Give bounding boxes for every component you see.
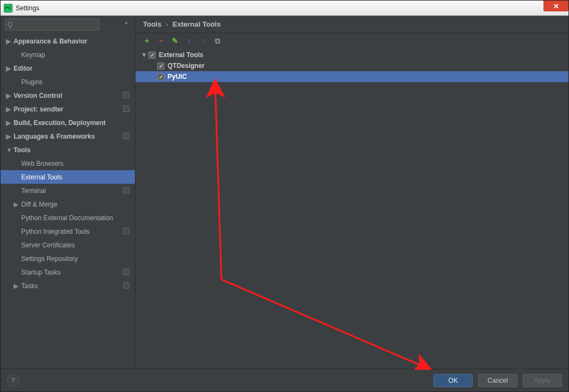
tool-label: QTDesigner [168,62,205,70]
chevron-icon: ▶ [6,92,11,99]
scope-badge-icon [123,269,129,275]
sidebar-item-python-external-documentation[interactable]: Python External Documentation [1,211,135,225]
sidebar-item-project-sendter[interactable]: ▶Project: sendter [1,102,135,116]
bottom-bar: ? OK Cancel Apply [1,369,568,391]
group-label: External Tools [159,51,203,59]
sidebar-item-keymap[interactable]: Keymap [1,48,135,61]
sidebar-item-tasks[interactable]: ▶Tasks [1,279,135,293]
apply-button: Apply [523,374,562,387]
sidebar-item-label: Tasks [21,282,38,290]
cancel-button[interactable]: Cancel [478,374,517,387]
sidebar-item-label: Version Control [14,92,62,99]
chevron-icon: ▶ [6,105,11,113]
sidebar-item-label: Server Certificates [21,241,75,249]
scope-badge-icon [123,282,129,289]
sidebar-item-label: Project: sendter [14,105,63,113]
external-tools-tree: ▼✓External Tools✓QTDesigner✓PyUIC [135,48,568,369]
close-icon: ✕ [553,2,559,10]
titlebar: PC Settings ✕ [1,1,568,16]
breadcrumb-root[interactable]: Tools [143,20,162,28]
sidebar-item-label: Plugins [21,78,42,86]
chevron-icon: ▼ [6,146,11,154]
sidebar-item-label: Editor [14,65,33,72]
sidebar-item-label: Diff & Merge [21,201,57,208]
edit-icon[interactable]: ✎ [171,37,179,45]
group-external-tools[interactable]: ▼✓External Tools [135,49,568,60]
move-up-icon[interactable]: ↑ [185,37,193,45]
sidebar-item-label: Languages & Frameworks [14,133,95,140]
sidebar-item-editor[interactable]: ▶Editor [1,61,135,75]
content-pane: Tools › External Tools + − ✎ ↑ ↓ ⧉ ▼✓Ext… [135,16,568,369]
sidebar-item-tools[interactable]: ▼Tools [1,143,135,157]
chevron-icon: ▶ [6,65,11,72]
sidebar-item-label: Python Integrated Tools [21,228,90,235]
chevron-down-icon: ▼ [141,51,147,59]
sidebar-item-label: Build, Execution, Deployment [14,119,106,127]
sidebar-item-label: Keymap [21,51,45,59]
tool-label: PyUIC [168,73,187,80]
move-down-icon: ↓ [200,37,207,45]
app-icon: PC [4,4,13,13]
sidebar-item-label: Startup Tasks [21,269,60,276]
scope-badge-icon [123,133,129,139]
checkbox-icon[interactable]: ✓ [157,63,164,70]
chevron-icon: ▶ [6,119,11,127]
settings-tree: ▶Appearance & BehaviorKeymap▶EditorPlugi… [1,33,135,369]
sidebar-item-python-integrated-tools[interactable]: Python Integrated Tools [1,225,135,238]
breadcrumb-current: External Tools [172,20,221,28]
search-input[interactable] [5,18,100,30]
remove-icon[interactable]: − [157,37,165,45]
sidebar-item-label: Terminal [21,187,46,195]
sidebar-item-label: Settings Repository [21,255,78,263]
chevron-icon: ▶ [6,133,11,140]
sidebar-item-label: External Tools [21,173,62,181]
sidebar-item-plugins[interactable]: Plugins [1,75,135,89]
search-icon: Q [8,21,13,28]
sidebar-item-web-browsers[interactable]: Web Browsers [1,157,135,170]
chevron-down-icon [125,22,128,24]
copy-icon[interactable]: ⧉ [214,37,221,45]
sidebar-item-appearance-behavior[interactable]: ▶Appearance & Behavior [1,34,135,48]
sidebar-item-build-execution-deployment[interactable]: ▶Build, Execution, Deployment [1,116,135,129]
close-button[interactable]: ✕ [543,1,568,11]
sidebar-item-external-tools[interactable]: External Tools [1,170,135,184]
scope-badge-icon [123,105,129,112]
sidebar: Q ▶Appearance & BehaviorKeymap▶EditorPlu… [1,16,135,369]
sidebar-item-label: Python External Documentation [21,214,113,222]
chevron-icon: ▶ [6,38,11,45]
ok-button[interactable]: OK [434,374,473,387]
checkbox-icon[interactable]: ✓ [149,52,156,59]
tool-item-qtdesigner[interactable]: ✓QTDesigner [135,60,568,71]
chevron-icon: ▶ [14,282,19,290]
sidebar-item-startup-tasks[interactable]: Startup Tasks [1,265,135,279]
sidebar-item-label: Appearance & Behavior [14,38,87,45]
breadcrumb-separator: › [166,20,168,28]
tool-item-pyuic[interactable]: ✓PyUIC [135,71,568,82]
toolbar: + − ✎ ↑ ↓ ⧉ [135,33,568,48]
scope-badge-icon [123,92,129,98]
chevron-icon: ▶ [14,201,19,208]
scope-badge-icon [123,187,129,194]
sidebar-item-terminal[interactable]: Terminal [1,184,135,197]
breadcrumb: Tools › External Tools [135,16,568,33]
add-icon[interactable]: + [143,37,151,45]
sidebar-item-label: Web Browsers [21,160,64,167]
window-title: Settings [16,4,39,12]
checkbox-icon[interactable]: ✓ [157,73,164,80]
sidebar-item-server-certificates[interactable]: Server Certificates [1,238,135,252]
sidebar-item-version-control[interactable]: ▶Version Control [1,89,135,102]
help-button[interactable]: ? [7,375,19,387]
sidebar-item-label: Tools [14,146,30,154]
sidebar-item-languages-frameworks[interactable]: ▶Languages & Frameworks [1,129,135,143]
sidebar-item-diff-merge[interactable]: ▶Diff & Merge [1,197,135,211]
scope-badge-icon [123,228,129,234]
sidebar-item-settings-repository[interactable]: Settings Repository [1,252,135,265]
